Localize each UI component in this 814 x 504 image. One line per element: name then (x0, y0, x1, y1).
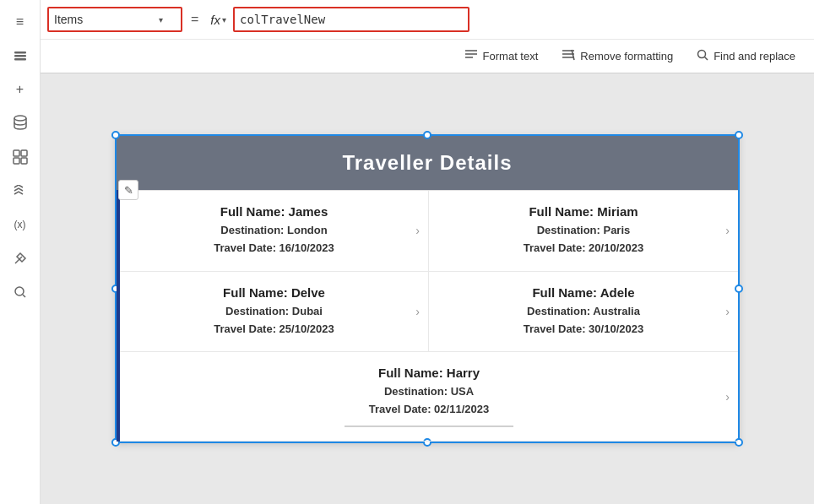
cell-arrow-miriam: › (725, 224, 730, 237)
fx-arrow: ▾ (222, 15, 226, 24)
fx-label: fx (210, 13, 220, 27)
remove-formatting-button[interactable]: Remove formatting (550, 41, 685, 72)
format-text-button[interactable]: Format text (453, 41, 551, 72)
svg-rect-6 (14, 158, 19, 164)
components-icon[interactable] (5, 142, 35, 172)
svg-line-15 (572, 50, 574, 60)
cell-arrow-harry: › (725, 390, 730, 404)
gallery-body: Full Name: James Destination: London Tra… (117, 190, 738, 442)
gallery-cell-delve[interactable]: Full Name: Delve Destination: Dubai Trav… (120, 272, 429, 353)
layers-icon[interactable] (5, 41, 35, 71)
cell-date-harry: Travel Date: 02/11/2023 (137, 401, 721, 419)
cell-name-james: Full Name: James (137, 204, 411, 219)
cell-date-james: Travel Date: 16/10/2023 (137, 240, 411, 257)
handle-top-mid[interactable] (423, 131, 431, 139)
canvas: ✎ Traveller Details Full Name: James Des… (41, 73, 814, 504)
cell-arrow-james: › (415, 224, 420, 237)
gallery-cell-miriam[interactable]: Full Name: Miriam Destination: Paris Tra… (429, 191, 738, 272)
svg-rect-5 (21, 150, 27, 156)
svg-line-17 (705, 57, 708, 61)
cell-dest-delve: Destination: Dubai (137, 303, 411, 321)
cell-arrow-adele: › (725, 305, 730, 318)
remove-formatting-label: Remove formatting (580, 50, 673, 62)
cell-name-delve: Full Name: Delve (137, 285, 411, 300)
gallery-cell-harry[interactable]: Full Name: Harry Destination: USA Travel… (120, 352, 738, 442)
gallery-widget[interactable]: ✎ Traveller Details Full Name: James Des… (115, 134, 740, 443)
gallery-title: Traveller Details (117, 136, 738, 190)
svg-rect-2 (14, 58, 26, 61)
sidebar: ≡ + (x) (0, 0, 41, 504)
find-replace-label: Find and replace (714, 50, 795, 62)
cell-bottom-line (345, 425, 513, 427)
cell-date-miriam: Travel Date: 20/10/2023 (446, 240, 721, 257)
items-select[interactable]: Items (49, 8, 159, 30)
topbar: Items ▾ = fx ▾ (41, 0, 814, 73)
equals-sign: = (186, 12, 204, 27)
cell-dest-harry: Destination: USA (137, 383, 721, 401)
gallery-cell-james[interactable]: Full Name: James Destination: London Tra… (120, 191, 429, 272)
tool-icon[interactable] (5, 243, 35, 274)
search-icon[interactable] (5, 277, 35, 307)
svg-rect-0 (14, 51, 26, 54)
formula-bar: Items ▾ = fx ▾ (41, 0, 814, 39)
cell-dest-miriam: Destination: Paris (446, 222, 721, 240)
cell-date-delve: Travel Date: 25/10/2023 (137, 321, 411, 339)
gallery-grid: Full Name: James Destination: London Tra… (120, 190, 738, 352)
svg-point-8 (15, 287, 24, 295)
svg-point-16 (698, 51, 706, 58)
cell-arrow-delve: › (415, 305, 420, 318)
svg-rect-1 (14, 55, 26, 57)
cell-name-harry: Full Name: Harry (137, 366, 721, 380)
find-replace-button[interactable]: Find and replace (685, 41, 807, 72)
add-icon[interactable]: + (5, 74, 35, 105)
cell-name-adele: Full Name: Adele (446, 285, 721, 300)
cell-dest-adele: Destination: Australia (446, 303, 721, 321)
edit-icon[interactable]: ✎ (118, 180, 138, 200)
fx-container: fx ▾ (207, 13, 230, 27)
svg-rect-4 (14, 150, 19, 156)
cell-date-adele: Travel Date: 30/10/2023 (446, 321, 721, 339)
items-select-container[interactable]: Items ▾ (47, 7, 182, 32)
handle-top-right[interactable] (735, 131, 743, 139)
formula-input-container[interactable] (233, 7, 469, 32)
format-text-label: Format text (483, 50, 539, 62)
variable-icon[interactable]: (x) (5, 209, 35, 240)
main-content: Items ▾ = fx ▾ (41, 0, 814, 504)
toolbar-row: Format text Remove formatting (41, 39, 814, 73)
formula-input[interactable] (240, 13, 463, 26)
svg-rect-7 (21, 158, 27, 164)
hamburger-icon[interactable]: ≡ (5, 7, 35, 37)
cell-name-miriam: Full Name: Miriam (446, 204, 721, 219)
gallery-cell-adele[interactable]: Full Name: Adele Destination: Australia … (429, 272, 738, 353)
find-replace-icon (697, 49, 708, 63)
database-icon[interactable] (5, 108, 35, 138)
items-select-arrow: ▾ (159, 15, 166, 24)
arrows-icon[interactable] (5, 176, 35, 206)
svg-point-3 (14, 116, 26, 121)
remove-formatting-icon (562, 49, 575, 63)
cell-dest-james: Destination: London (137, 222, 411, 240)
format-text-icon (464, 49, 478, 63)
